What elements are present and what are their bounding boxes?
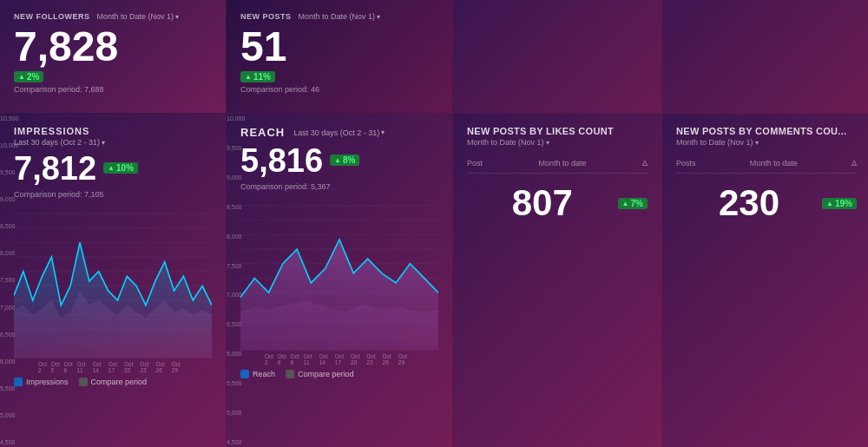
new-posts-label: NEW POSTS: [240, 12, 292, 21]
likes-card: NEW POSTS BY LIKES COUNT Month to Date (…: [453, 114, 661, 447]
top-right-empty-1: [453, 0, 661, 113]
likes-title: NEW POSTS BY LIKES COUNT: [467, 126, 648, 136]
new-followers-card: NEW FOLLOWERS Month to Date (Nov 1) 7,82…: [0, 0, 226, 113]
comments-value: 230: [719, 182, 779, 224]
new-posts-period[interactable]: Month to Date (Nov 1): [299, 12, 381, 21]
new-followers-change: 2%: [14, 71, 43, 82]
reach-card: REACH Last 30 days (Oct 2 - 31) 5,816 8%…: [227, 114, 452, 447]
reach-comparison: Comparison period: 5,367: [240, 182, 438, 191]
dashboard: NEW FOLLOWERS Month to Date (Nov 1) 7,82…: [0, 0, 868, 447]
comments-col-posts: Posts: [676, 159, 696, 168]
comments-col-delta: Δ: [852, 159, 857, 168]
compare-legend-checkbox[interactable]: [79, 378, 88, 386]
reach-x-labels: Oct 2Oct 6Oct 8Oct 11Oct 14 Oct 17Oct 20…: [240, 353, 438, 365]
compare-legend-item[interactable]: Compare period: [79, 378, 148, 386]
new-followers-label: NEW FOLLOWERS: [14, 12, 90, 21]
comments-title: NEW POSTS BY COMMENTS COU...: [676, 126, 857, 136]
top-right-empty-2: [662, 0, 868, 113]
likes-col-delta: Δ: [642, 159, 648, 168]
likes-value-row: 807 7%: [467, 182, 648, 224]
impressions-period[interactable]: Last 30 days (Oct 2 - 31): [14, 138, 105, 147]
likes-col-month: Month to date: [538, 159, 586, 168]
reach-compare-legend-item[interactable]: Compare period: [286, 370, 354, 378]
reach-value: 5,816: [240, 144, 323, 177]
impressions-comparison: Comparison period: 7,105: [14, 190, 212, 199]
reach-legend: Reach Compare period: [240, 370, 438, 378]
likes-change: 7%: [618, 198, 648, 209]
impressions-legend-label: Impressions: [26, 378, 69, 386]
new-posts-change: 11%: [240, 71, 275, 82]
new-posts-comparison: Comparison period: 46: [240, 85, 438, 94]
reach-period[interactable]: Last 30 days (Oct 2 - 31): [293, 128, 385, 137]
impressions-card: IMPRESSIONS Last 30 days (Oct 2 - 31) 7,…: [0, 114, 226, 447]
impressions-legend-item[interactable]: Impressions: [14, 378, 69, 386]
comments-value-row: 230 19%: [676, 182, 857, 224]
comments-period[interactable]: Month to Date (Nov 1): [676, 138, 857, 147]
impressions-label: IMPRESSIONS: [14, 126, 212, 136]
likes-col-post: Post: [467, 159, 483, 168]
comments-table-header: Posts Month to date Δ: [676, 159, 857, 174]
impressions-x-labels: Oct 2Oct 5Oct 8Oct 11Oct 14 Oct 17Oct 20…: [14, 361, 212, 373]
reach-label: REACH: [240, 126, 285, 139]
likes-value: 807: [512, 182, 573, 224]
impressions-legend: Impressions Compare period: [14, 378, 212, 386]
reach-compare-label: Compare period: [298, 370, 354, 378]
likes-table-header: Post Month to date Δ: [467, 159, 648, 174]
comments-change: 19%: [822, 198, 857, 209]
reach-compare-checkbox[interactable]: [286, 370, 294, 378]
reach-chart: [240, 196, 438, 351]
new-posts-value: 51: [240, 26, 438, 68]
impressions-chart: [14, 204, 212, 358]
new-followers-period[interactable]: Month to Date (Nov 1): [97, 12, 180, 21]
impressions-value: 7,812: [14, 152, 96, 185]
reach-legend-label: Reach: [253, 370, 275, 378]
comments-col-month: Month to date: [750, 159, 798, 168]
comments-card: NEW POSTS BY COMMENTS COU... Month to Da…: [662, 114, 868, 447]
reach-change: 8%: [330, 154, 359, 166]
new-followers-value: 7,828: [14, 26, 212, 68]
reach-legend-item[interactable]: Reach: [240, 370, 275, 378]
impressions-change: 10%: [103, 162, 138, 174]
new-followers-comparison: Comparison period: 7,688: [14, 85, 212, 94]
compare-legend-label: Compare period: [91, 378, 148, 386]
likes-period[interactable]: Month to Date (Nov 1): [467, 138, 648, 147]
new-posts-card: NEW POSTS Month to Date (Nov 1) 51 11% C…: [227, 0, 452, 113]
